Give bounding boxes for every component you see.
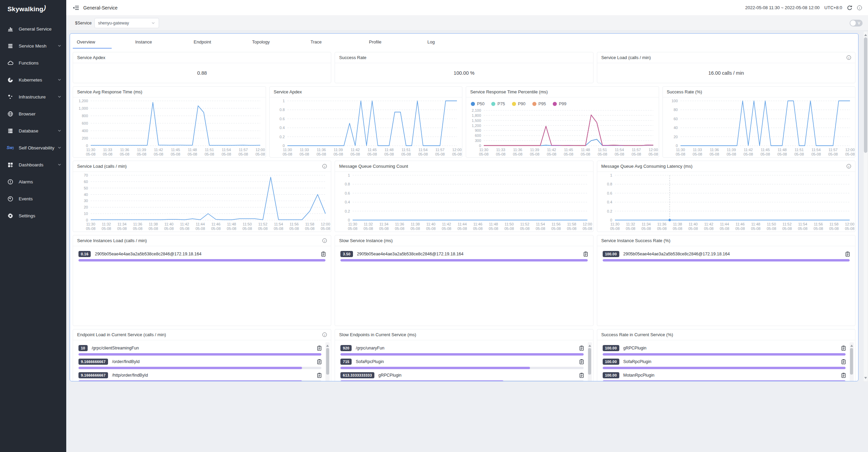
- svg-text:11:3205-08: 11:3205-08: [626, 222, 635, 231]
- sidebar-item-general-service[interactable]: General Service: [0, 20, 66, 37]
- inspect-icon[interactable]: [580, 373, 584, 378]
- item-bar-track: [340, 380, 583, 381]
- version-toggle[interactable]: V: [850, 20, 863, 26]
- inspect-icon[interactable]: [846, 251, 850, 257]
- tab-overview[interactable]: Overview: [70, 34, 128, 50]
- legend-dot: [532, 102, 536, 106]
- dashboard-content: OverviewInstanceEndpointTopologyTracePro…: [66, 31, 868, 452]
- info-icon[interactable]: i: [322, 164, 327, 168]
- refresh-icon[interactable]: [847, 5, 852, 11]
- list-item: 613.3333333333gRPCPlugin: [340, 372, 583, 381]
- sidebar-item-functions[interactable]: Functions: [0, 54, 66, 71]
- inspect-icon[interactable]: [317, 345, 321, 351]
- svg-text:11:5805-08: 11:5805-08: [567, 222, 577, 231]
- svg-text:11:4505-08: 11:4505-08: [564, 148, 573, 156]
- card-scrollbar[interactable]: [588, 342, 592, 381]
- card-title: Service Instance Success Rate (%): [601, 238, 671, 243]
- database-icon: [7, 127, 14, 134]
- scroll-thumb[interactable]: [588, 348, 591, 375]
- sidebar-item-events[interactable]: Events: [0, 190, 66, 207]
- inspect-icon[interactable]: [317, 359, 321, 364]
- sidebar-item-service-mesh[interactable]: Service Mesh: [0, 37, 66, 54]
- legend-item-p99[interactable]: P99: [553, 101, 566, 107]
- inspect-icon[interactable]: [584, 251, 588, 257]
- sidebar-item-self-observability[interactable]: Sw)Self Observability: [0, 139, 66, 156]
- svg-text:12:0005-08: 12:0005-08: [452, 148, 461, 156]
- sidebar-item-alarms[interactable]: Alarms: [0, 173, 66, 190]
- sidebar-item-settings[interactable]: Settings: [0, 207, 66, 224]
- info-icon[interactable]: i: [847, 55, 851, 60]
- sidebar-item-label: Events: [19, 196, 61, 201]
- inspect-icon[interactable]: [321, 251, 325, 257]
- page-scrollbar[interactable]: [863, 31, 868, 382]
- scroll-up-icon[interactable]: [326, 343, 329, 347]
- svg-text:0: 0: [479, 144, 481, 148]
- legend-item-p95[interactable]: P95: [532, 101, 546, 107]
- svg-text:20: 20: [84, 205, 88, 209]
- svg-text:11:4205-08: 11:4205-08: [154, 148, 163, 156]
- sidebar-collapse-icon[interactable]: [72, 5, 79, 11]
- info-icon[interactable]: i: [847, 164, 851, 168]
- service-select[interactable]: shenyu-gateway: [94, 18, 159, 28]
- inspect-icon[interactable]: [842, 345, 846, 351]
- card-header: Service Avg Response Time (ms): [73, 87, 266, 97]
- scroll-down-icon[interactable]: [864, 377, 867, 380]
- card-scrollbar[interactable]: [850, 342, 854, 381]
- inspect-icon[interactable]: [317, 373, 321, 378]
- inspect-icon[interactable]: [580, 345, 584, 351]
- card-body: 0.162905b05eae4e4ae3a2a5b538ce8c2846@172…: [73, 246, 331, 326]
- svg-text:11:3905-08: 11:3905-08: [333, 148, 343, 156]
- globe-icon: [7, 110, 14, 117]
- card-header: Service Instances Load (calls / min)i: [73, 235, 331, 246]
- tab-endpoint[interactable]: Endpoint: [187, 34, 245, 50]
- sidebar-item-browser[interactable]: Browser: [0, 105, 66, 122]
- sidebar-item-dashboards[interactable]: Dashboards: [0, 156, 66, 173]
- list-item-row: 100.002905b05eae4e4ae3a2a5b538ce8c2846@1…: [603, 251, 850, 257]
- item-bar-track: [603, 353, 846, 356]
- card-scrollbar[interactable]: [325, 342, 330, 381]
- scroll-up-icon[interactable]: [850, 343, 853, 347]
- timezone-label[interactable]: UTC+8:0: [825, 5, 842, 10]
- scroll-up-icon[interactable]: [588, 343, 591, 347]
- item-bar-track: [340, 367, 583, 369]
- legend-item-p90[interactable]: P90: [512, 101, 526, 107]
- card-header: Message Queue Consuming Count: [335, 161, 593, 172]
- card-title: Success Rate: [339, 55, 366, 60]
- sidebar-item-infrastructure[interactable]: Infrastructure: [0, 88, 66, 105]
- card-header: Slow Service Instance (ms): [335, 235, 593, 246]
- svg-text:0.4: 0.4: [345, 200, 350, 204]
- svg-text:80: 80: [673, 108, 677, 112]
- svg-text:11:5405-08: 11:5405-08: [274, 222, 283, 231]
- card-endpoint-load-in-current-service-calls-min: Endpoint Load in Current Service (calls …: [73, 329, 331, 381]
- card-title: Service Load (calls / min): [77, 164, 127, 169]
- sidebar-item-database[interactable]: Database: [0, 122, 66, 139]
- scroll-thumb[interactable]: [326, 348, 329, 375]
- tab-log[interactable]: Log: [421, 34, 479, 50]
- legend-item-p50[interactable]: P50: [471, 101, 484, 107]
- header-right: 2022-05-08 11:30 ~ 2022-05-08 12:00 UTC+…: [745, 5, 862, 11]
- svg-text:600: 600: [82, 121, 88, 125]
- info-icon[interactable]: i: [857, 5, 862, 10]
- info-icon[interactable]: i: [322, 332, 327, 337]
- svg-text:11:5005-08: 11:5005-08: [243, 222, 252, 231]
- info-icon[interactable]: i: [322, 238, 327, 243]
- inspect-icon[interactable]: [842, 373, 846, 378]
- scroll-thumb[interactable]: [850, 348, 853, 375]
- item-bar-fill: [78, 259, 325, 261]
- svg-text:11:4605-08: 11:4605-08: [473, 222, 483, 231]
- value-badge: 613.3333333333: [340, 372, 374, 378]
- legend-item-p75[interactable]: P75: [491, 101, 505, 107]
- time-range-picker[interactable]: 2022-05-08 11:30 ~ 2022-05-08 12:00: [745, 5, 819, 10]
- tab-trace[interactable]: Trace: [304, 34, 362, 50]
- tab-topology[interactable]: Topology: [245, 34, 304, 50]
- inspect-icon[interactable]: [842, 359, 846, 364]
- list-row-2: Endpoint Load in Current Service (calls …: [73, 329, 855, 381]
- app-logo[interactable]: Skywalking): [0, 0, 66, 16]
- tab-profile[interactable]: Profile: [362, 34, 421, 50]
- tab-instance[interactable]: Instance: [128, 34, 187, 50]
- scroll-thumb[interactable]: [864, 37, 867, 153]
- sidebar-item-kubernetes[interactable]: Kubernetes: [0, 71, 66, 88]
- value-badge: 10: [78, 345, 88, 351]
- inspect-icon[interactable]: [580, 359, 584, 364]
- scroll-up-icon[interactable]: [864, 33, 867, 36]
